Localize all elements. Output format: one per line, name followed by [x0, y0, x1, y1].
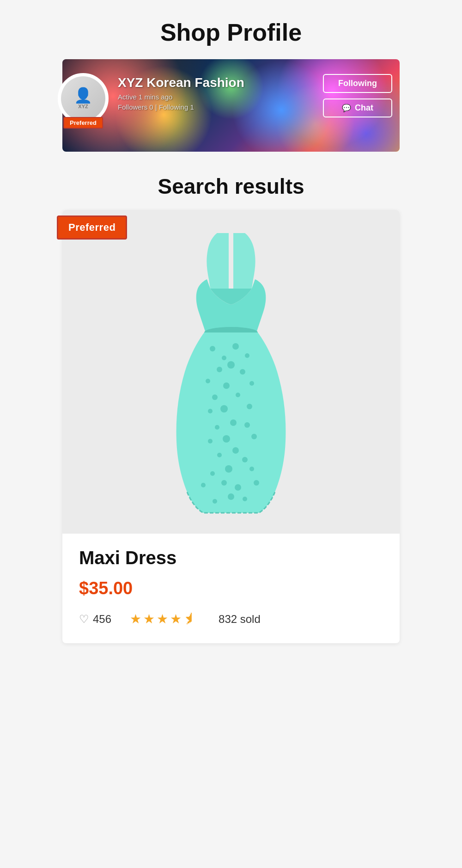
product-image-dress — [157, 228, 305, 515]
svg-point-34 — [243, 497, 247, 501]
avatar-inner: 👤 XYZ — [61, 76, 105, 121]
svg-point-6 — [227, 361, 235, 369]
product-card[interactable]: Preferred — [62, 210, 400, 643]
svg-point-22 — [232, 447, 239, 454]
chat-button[interactable]: 💬 Chat — [323, 98, 392, 117]
svg-point-30 — [201, 483, 206, 487]
shop-active-status: Active 1 mins ago — [118, 93, 244, 101]
page-title: Shop Profile — [9, 18, 453, 46]
likes-count: 456 — [93, 613, 111, 626]
heart-icon: ♡ — [79, 613, 89, 626]
svg-point-9 — [249, 381, 254, 386]
svg-point-7 — [240, 369, 245, 375]
chat-bubble-icon: 💬 — [342, 104, 351, 112]
shop-actions: Following 💬 Chat — [323, 74, 392, 117]
following-button[interactable]: Following — [323, 74, 392, 93]
svg-point-26 — [210, 471, 215, 476]
person-icon: 👤 — [74, 88, 92, 103]
svg-point-4 — [245, 353, 249, 358]
shop-banner: 👤 XYZ Preferred XYZ Korean Fashion Activ… — [62, 59, 400, 152]
svg-point-10 — [223, 382, 230, 389]
svg-point-25 — [225, 465, 232, 473]
sold-count: 832 sold — [219, 613, 261, 626]
svg-point-33 — [213, 499, 217, 504]
star-4: ★ — [170, 611, 182, 627]
chat-button-label: Chat — [355, 103, 373, 113]
svg-point-20 — [208, 439, 213, 443]
svg-point-15 — [208, 409, 213, 413]
product-name: Maxi Dress — [79, 548, 383, 568]
svg-point-19 — [223, 435, 230, 443]
svg-point-12 — [236, 393, 240, 397]
svg-point-32 — [228, 493, 234, 500]
svg-point-3 — [232, 343, 239, 350]
star-2: ★ — [143, 611, 155, 627]
svg-point-24 — [242, 457, 248, 462]
svg-point-28 — [221, 480, 227, 486]
avatar-label: XYZ — [78, 104, 88, 109]
likes-section: ♡ 456 — [79, 613, 111, 626]
svg-point-13 — [220, 405, 228, 412]
svg-point-29 — [235, 484, 241, 491]
product-image-container — [62, 210, 400, 534]
svg-point-5 — [217, 367, 222, 372]
shop-info: XYZ Korean Fashion Active 1 mins ago Fol… — [118, 75, 244, 111]
star-half: ⯨ — [183, 611, 196, 627]
svg-point-2 — [222, 356, 226, 360]
svg-point-31 — [254, 480, 259, 486]
shop-followers: Followers 0 | Following 1 — [118, 103, 244, 111]
svg-point-14 — [247, 404, 252, 409]
svg-point-21 — [251, 434, 257, 439]
shop-avatar: 👤 XYZ — [58, 73, 109, 124]
shop-avatar-wrapper: 👤 XYZ Preferred — [58, 73, 109, 124]
preferred-badge-product: Preferred — [57, 215, 127, 240]
star-1: ★ — [130, 611, 141, 627]
product-details: Maxi Dress $35.00 ♡ 456 ★ ★ ★ ★ ⯨ 832 so… — [62, 534, 400, 643]
svg-point-11 — [212, 394, 218, 400]
search-results-title: Search results — [9, 174, 453, 199]
page-container: Shop Profile 👤 XYZ Preferred XYZ Korean … — [0, 0, 462, 662]
product-meta: ♡ 456 ★ ★ ★ ★ ⯨ 832 sold — [79, 611, 383, 627]
preferred-badge-avatar: Preferred — [63, 117, 103, 129]
svg-point-17 — [215, 425, 219, 430]
svg-point-23 — [217, 453, 222, 457]
svg-point-27 — [249, 467, 254, 471]
svg-point-8 — [206, 379, 210, 383]
svg-point-16 — [230, 419, 237, 426]
svg-point-18 — [244, 422, 250, 428]
stars-section: ★ ★ ★ ★ ⯨ — [130, 611, 196, 627]
product-price: $35.00 — [79, 579, 383, 598]
star-3: ★ — [157, 611, 168, 627]
svg-point-1 — [210, 346, 215, 351]
shop-name: XYZ Korean Fashion — [118, 75, 244, 90]
